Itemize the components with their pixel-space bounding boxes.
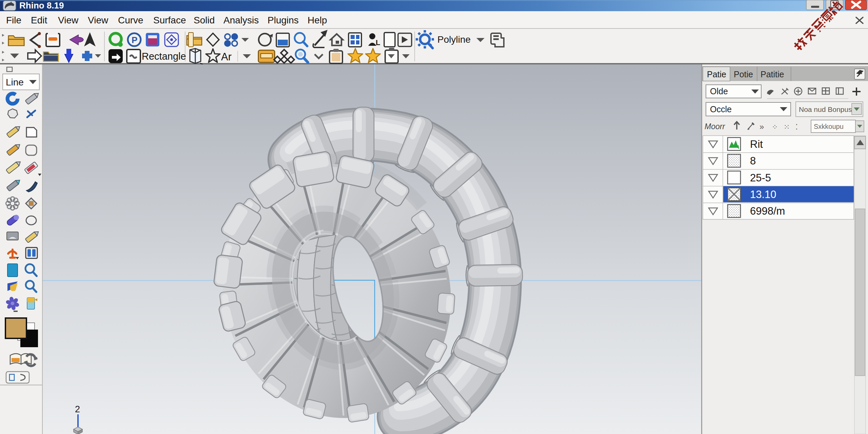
svg-text:Noa nud Bonpus: Noa nud Bonpus — [799, 105, 852, 113]
svg-text:Rhino 8.19: Rhino 8.19 — [19, 0, 64, 11]
svg-text:View: View — [58, 15, 79, 25]
svg-text:Patitie: Patitie — [761, 70, 784, 79]
svg-text:Help: Help — [308, 15, 327, 25]
svg-text:Rectangle: Rectangle — [142, 51, 186, 62]
svg-text:Ar: Ar — [221, 51, 232, 63]
svg-text:Curve: Curve — [118, 15, 143, 25]
svg-text:Olde: Olde — [710, 86, 728, 96]
svg-text:Surface: Surface — [153, 15, 186, 25]
svg-text:Potie: Potie — [734, 70, 753, 79]
svg-text:⁙: ⁙ — [784, 123, 790, 131]
svg-text:Patie: Patie — [707, 70, 726, 79]
svg-text:Polyline: Polyline — [437, 34, 471, 45]
svg-text:Analysis: Analysis — [223, 15, 259, 25]
svg-text:P: P — [132, 35, 137, 45]
svg-text:Solid: Solid — [194, 15, 215, 25]
svg-text:File: File — [6, 15, 21, 25]
svg-text:13.10: 13.10 — [750, 189, 776, 200]
svg-text:L: L — [376, 38, 380, 47]
svg-text:Sxkkoupu: Sxkkoupu — [814, 123, 844, 130]
svg-text:⁘: ⁘ — [772, 123, 778, 131]
svg-text:Occle: Occle — [710, 104, 732, 114]
svg-text:Line: Line — [6, 77, 24, 87]
svg-text:6998/m: 6998/m — [750, 205, 785, 217]
svg-text:25-5: 25-5 — [750, 172, 771, 184]
svg-text:Moorr: Moorr — [705, 122, 725, 131]
svg-text:Edit: Edit — [31, 15, 47, 25]
svg-text:8: 8 — [750, 155, 756, 167]
svg-text:»: » — [760, 122, 764, 131]
svg-text:Plugins: Plugins — [268, 15, 299, 25]
svg-text:View: View — [88, 15, 108, 25]
svg-text:⁚: ⁚ — [795, 123, 798, 131]
svg-text:2: 2 — [75, 404, 80, 414]
svg-text:Rit: Rit — [750, 138, 763, 150]
